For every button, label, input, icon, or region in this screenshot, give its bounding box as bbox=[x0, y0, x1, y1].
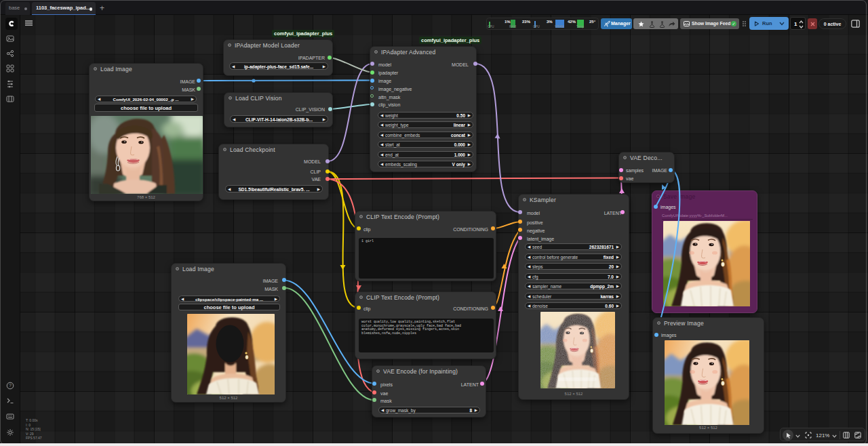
svg-text:?: ? bbox=[9, 383, 12, 388]
